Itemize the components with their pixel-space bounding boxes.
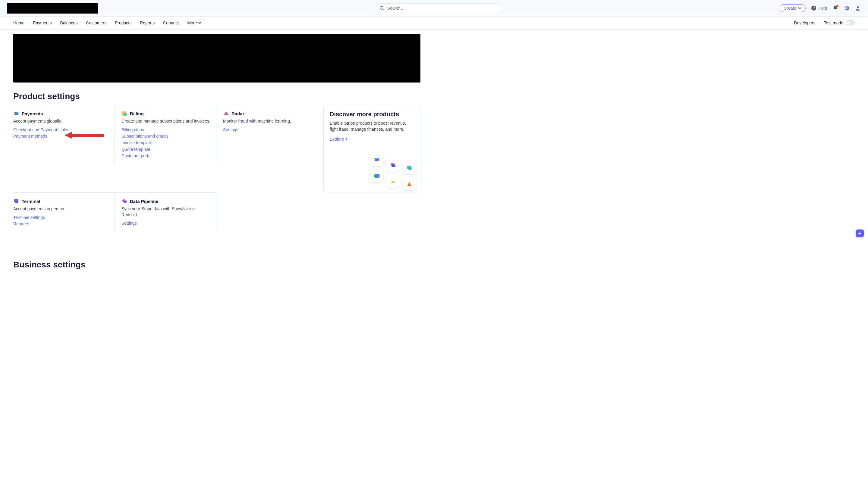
data-pipeline-icon (121, 198, 127, 204)
svg-rect-15 (392, 164, 396, 167)
link-billing-plans[interactable]: Billing plans (121, 127, 211, 133)
nav-reports[interactable]: Reports (140, 21, 155, 25)
create-button[interactable]: Create (780, 4, 806, 12)
payments-desc: Accept payments globally. (13, 118, 109, 124)
discover-desc: Enable Stripe products to boost revenue,… (330, 120, 414, 133)
product-cell-data-pipeline: Data Pipeline Sync your Stripe data with… (115, 193, 216, 233)
payments-title: Payments (22, 111, 43, 116)
product-cell-payments: Payments Accept payments globally. Check… (13, 105, 115, 165)
svg-rect-17 (408, 167, 412, 170)
payments-icon (13, 110, 19, 116)
product-cell-billing: Billing Create and manage subscriptions … (115, 105, 216, 165)
billing-icon (121, 110, 127, 116)
banner-redacted (13, 34, 421, 82)
gear-icon (843, 5, 849, 11)
nav-more[interactable]: More (187, 21, 202, 25)
test-mode-toggle[interactable] (846, 21, 855, 25)
link-quote-template[interactable]: Quote template (121, 146, 211, 153)
svg-point-25 (123, 201, 127, 203)
create-label: Create (784, 6, 796, 10)
link-readers[interactable]: Readers (13, 221, 109, 227)
data-pipeline-desc: Sync your Stripe data with Snowflake or … (121, 206, 211, 218)
nav-products[interactable]: Products (115, 21, 131, 25)
link-customer-portal[interactable]: Customer portal (121, 153, 211, 159)
top-actions: Create ? Help (780, 4, 861, 12)
product-cell-terminal: Terminal Accept payments in person. Term… (13, 193, 115, 233)
radar-icon (223, 110, 229, 116)
profile-button[interactable] (855, 5, 861, 11)
discover-products-card: Discover more products Enable Stripe pro… (323, 105, 421, 193)
section-title-business-settings: Business settings (13, 260, 421, 270)
topbar: Create ? Help (0, 0, 868, 16)
product-tile-icon (403, 161, 416, 174)
search-wrap (102, 3, 775, 13)
search-field[interactable] (375, 3, 502, 13)
explore-label: Explore (330, 137, 344, 141)
chevron-right-icon (345, 138, 348, 141)
test-mode-control: Test mode (824, 21, 855, 25)
terminal-icon (13, 198, 19, 204)
help-label: Help (818, 6, 827, 10)
nav-payments[interactable]: Payments (33, 21, 52, 25)
nav-more-label: More (187, 21, 197, 25)
nav-connect[interactable]: Connect (163, 21, 179, 25)
product-tile-icon (403, 177, 416, 190)
svg-point-19 (376, 174, 380, 178)
svg-rect-23 (15, 201, 18, 203)
search-input[interactable] (387, 5, 498, 11)
test-mode-label: Test mode (824, 21, 843, 25)
link-subscriptions-and-emails[interactable]: Subscriptions and emails (121, 133, 211, 140)
notifications-button[interactable] (832, 5, 838, 11)
billing-title: Billing (130, 111, 144, 116)
billing-desc: Create and manage subscriptions and invo… (121, 118, 211, 124)
nav-home[interactable]: Home (13, 21, 24, 25)
account-logo-redacted (7, 3, 98, 13)
nav-balances[interactable]: Balances (60, 21, 78, 25)
product-tile-icon (370, 169, 383, 182)
svg-point-4 (835, 9, 835, 10)
product-cell-empty (216, 193, 318, 233)
radar-title: Radar (231, 111, 244, 116)
navbar: Home Payments Balances Customers Product… (0, 16, 868, 30)
notification-dot (836, 5, 838, 7)
explore-link[interactable]: Explore (330, 137, 414, 141)
discover-title: Discover more products (330, 111, 414, 118)
svg-line-1 (383, 9, 384, 10)
terminal-desc: Accept payments in person. (13, 206, 109, 212)
person-icon (855, 5, 861, 11)
link-checkout-and-payment-links[interactable]: Checkout and Payment Links (13, 127, 109, 133)
promo-spacer (318, 193, 421, 233)
floating-add-button[interactable]: + (856, 230, 864, 237)
chevron-down-icon (798, 6, 802, 10)
link-data-pipeline-settings[interactable]: Settings (121, 220, 211, 227)
product-cell-radar: Radar Monitor fraud with machine learnin… (216, 105, 318, 165)
radar-desc: Monitor fraud with machine learning. (223, 118, 309, 124)
help-button[interactable]: ? Help (811, 5, 827, 11)
product-tile-icon (386, 175, 400, 188)
plus-icon: + (858, 230, 862, 237)
product-settings-row-1: Payments Accept payments globally. Check… (13, 105, 421, 193)
svg-point-11 (124, 113, 127, 116)
nav-developers[interactable]: Developers (794, 21, 815, 25)
section-title-product-settings: Product settings (13, 92, 421, 101)
link-radar-settings[interactable]: Settings (223, 127, 309, 133)
svg-point-5 (857, 6, 859, 8)
product-settings-row-2: Terminal Accept payments in person. Term… (13, 193, 421, 233)
product-tile-icon (386, 159, 400, 172)
terminal-title: Terminal (22, 199, 40, 204)
data-pipeline-title: Data Pipeline (130, 199, 158, 204)
page: Product settings Payments Accept payment… (0, 30, 434, 281)
link-payment-methods[interactable]: Payment methods (13, 133, 109, 140)
help-icon: ? (811, 5, 816, 11)
link-terminal-settings[interactable]: Terminal settings (13, 214, 109, 221)
link-invoice-template[interactable]: Invoice template (121, 140, 211, 146)
svg-text:?: ? (813, 6, 815, 10)
chevron-down-icon (198, 21, 202, 25)
product-tile-icon (370, 153, 383, 166)
settings-button[interactable] (843, 5, 849, 11)
discover-art (355, 159, 416, 188)
nav-customers[interactable]: Customers (86, 21, 106, 25)
search-icon (379, 6, 384, 10)
